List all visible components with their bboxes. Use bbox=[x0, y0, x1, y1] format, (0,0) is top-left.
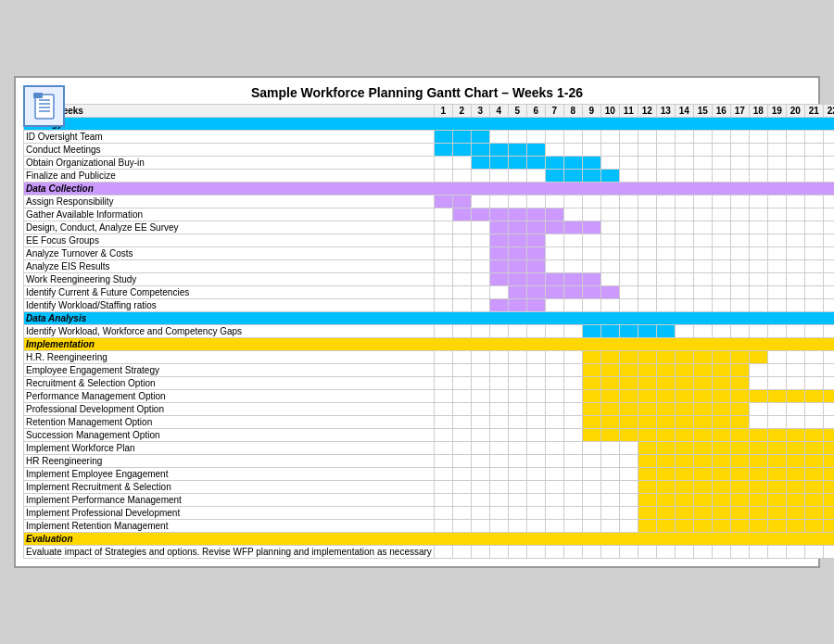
gantt-cell bbox=[582, 442, 600, 455]
gantt-cell bbox=[434, 144, 452, 157]
gantt-cell bbox=[619, 221, 638, 234]
gantt-cell bbox=[582, 364, 600, 377]
gantt-cell bbox=[563, 351, 582, 364]
gantt-cell bbox=[545, 416, 563, 429]
gantt-cell bbox=[638, 416, 656, 429]
gantt-cell bbox=[471, 546, 489, 559]
task-label: EE Focus Groups bbox=[24, 234, 435, 247]
gantt-cell bbox=[526, 157, 545, 170]
gantt-cell bbox=[489, 299, 508, 312]
gantt-cell bbox=[638, 208, 656, 221]
gantt-cell bbox=[730, 325, 749, 338]
gantt-cell bbox=[675, 221, 693, 234]
gantt-cell bbox=[434, 234, 452, 247]
gantt-cell bbox=[600, 481, 619, 494]
gantt-cell bbox=[712, 507, 730, 520]
gantt-cell bbox=[730, 442, 749, 455]
gantt-cell bbox=[526, 481, 545, 494]
gantt-cell bbox=[656, 157, 675, 170]
gantt-cell bbox=[675, 208, 693, 221]
gantt-cell bbox=[786, 442, 804, 455]
gantt-cell bbox=[545, 455, 563, 468]
gantt-cell bbox=[471, 403, 489, 416]
gantt-cell bbox=[749, 325, 767, 338]
task-row: Identify Workload, Workforce and Compete… bbox=[24, 325, 835, 338]
gantt-cell bbox=[508, 157, 526, 170]
gantt-cell bbox=[823, 325, 834, 338]
gantt-cell bbox=[600, 546, 619, 559]
gantt-cell bbox=[693, 442, 712, 455]
gantt-cell bbox=[749, 351, 767, 364]
gantt-cell bbox=[452, 247, 471, 260]
gantt-cell bbox=[693, 157, 712, 170]
gantt-cell bbox=[786, 234, 804, 247]
task-row: Assign Responsibility bbox=[24, 196, 835, 208]
gantt-cell bbox=[582, 286, 600, 299]
gantt-cell bbox=[600, 144, 619, 157]
gantt-cell bbox=[489, 481, 508, 494]
gantt-cell bbox=[582, 351, 600, 364]
task-row: Implement Employee Engagement bbox=[24, 468, 835, 481]
gantt-cell bbox=[712, 196, 730, 208]
gantt-cell bbox=[545, 351, 563, 364]
gantt-cell bbox=[582, 260, 600, 273]
gantt-cell bbox=[471, 273, 489, 286]
gantt-cell bbox=[786, 494, 804, 507]
gantt-cell bbox=[619, 299, 638, 312]
gantt-cell bbox=[526, 377, 545, 390]
gantt-cell bbox=[823, 377, 834, 390]
gantt-cell bbox=[563, 403, 582, 416]
gantt-cell bbox=[730, 507, 749, 520]
gantt-cell bbox=[749, 170, 767, 183]
gantt-cell bbox=[656, 507, 675, 520]
gantt-cell bbox=[638, 170, 656, 183]
gantt-cell bbox=[619, 390, 638, 403]
gantt-cell bbox=[693, 364, 712, 377]
gantt-cell bbox=[823, 494, 834, 507]
gantt-cell bbox=[712, 325, 730, 338]
gantt-cell bbox=[619, 208, 638, 221]
gantt-cell bbox=[489, 416, 508, 429]
gantt-cell bbox=[675, 351, 693, 364]
gantt-cell bbox=[804, 364, 823, 377]
task-label: H.R. Reengineering bbox=[24, 351, 435, 364]
gantt-cell bbox=[545, 286, 563, 299]
gantt-cell bbox=[730, 208, 749, 221]
gantt-cell bbox=[452, 170, 471, 183]
gantt-cell bbox=[600, 196, 619, 208]
gantt-cell bbox=[638, 403, 656, 416]
gantt-cell bbox=[619, 260, 638, 273]
gantt-cell bbox=[508, 429, 526, 442]
gantt-cell bbox=[563, 546, 582, 559]
gantt-cell bbox=[526, 546, 545, 559]
task-label: Implement Workforce Plan bbox=[24, 442, 435, 455]
gantt-cell bbox=[452, 131, 471, 144]
gantt-cell bbox=[508, 144, 526, 157]
gantt-cell bbox=[434, 481, 452, 494]
week-header-11: 11 bbox=[619, 105, 638, 118]
gantt-cell bbox=[638, 442, 656, 455]
gantt-cell bbox=[638, 260, 656, 273]
gantt-cell bbox=[563, 520, 582, 533]
gantt-cell bbox=[526, 299, 545, 312]
gantt-cell bbox=[638, 546, 656, 559]
gantt-cell bbox=[767, 157, 786, 170]
gantt-cell bbox=[786, 131, 804, 144]
task-row: Implement Professional Development bbox=[24, 507, 835, 520]
task-row: Work Reengineering Study bbox=[24, 273, 835, 286]
week-header-8: 8 bbox=[563, 105, 582, 118]
gantt-cell bbox=[804, 494, 823, 507]
gantt-cell bbox=[675, 377, 693, 390]
gantt-cell bbox=[749, 546, 767, 559]
gantt-cell bbox=[804, 208, 823, 221]
gantt-cell bbox=[730, 468, 749, 481]
gantt-cell bbox=[767, 131, 786, 144]
gantt-cell bbox=[638, 520, 656, 533]
gantt-cell bbox=[693, 234, 712, 247]
gantt-cell bbox=[508, 208, 526, 221]
gantt-cell bbox=[471, 221, 489, 234]
gantt-cell bbox=[749, 273, 767, 286]
gantt-cell bbox=[693, 208, 712, 221]
gantt-cell bbox=[582, 390, 600, 403]
task-label: Professional Development Option bbox=[24, 403, 435, 416]
